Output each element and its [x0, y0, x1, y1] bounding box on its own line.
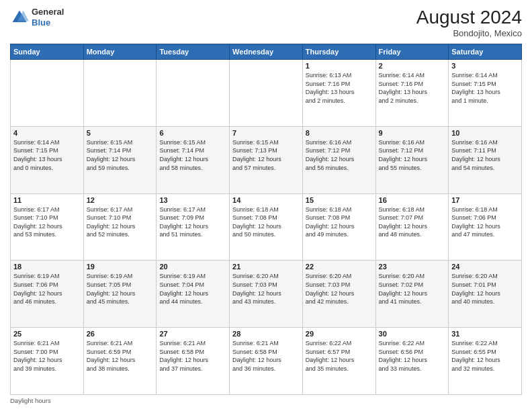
- day-number: 10: [451, 129, 519, 137]
- calendar-cell-5-6: 30Sunrise: 6:22 AM Sunset: 6:56 PM Dayli…: [375, 328, 449, 395]
- calendar-cell-3-2: 12Sunrise: 6:17 AM Sunset: 7:10 PM Dayli…: [83, 193, 157, 261]
- calendar-week-3: 11Sunrise: 6:17 AM Sunset: 7:10 PM Dayli…: [11, 193, 522, 261]
- day-info: Sunrise: 6:15 AM Sunset: 7:13 PM Dayligh…: [232, 138, 300, 172]
- calendar-cell-2-6: 9Sunrise: 6:16 AM Sunset: 7:12 PM Daylig…: [375, 126, 449, 193]
- logo-icon: [10, 8, 29, 27]
- calendar-cell-1-7: 3Sunrise: 6:14 AM Sunset: 7:15 PM Daylig…: [449, 60, 522, 127]
- calendar-cell-5-7: 31Sunrise: 6:22 AM Sunset: 6:55 PM Dayli…: [449, 328, 522, 395]
- day-number: 23: [379, 263, 446, 271]
- page: General Blue August 2024 Bondojito, Mexi…: [0, 0, 532, 411]
- day-info: Sunrise: 6:20 AM Sunset: 7:01 PM Dayligh…: [451, 272, 519, 306]
- day-number: 26: [87, 330, 154, 338]
- calendar-cell-2-1: 4Sunrise: 6:14 AM Sunset: 7:15 PM Daylig…: [11, 126, 84, 193]
- day-number: 20: [159, 263, 226, 271]
- day-info: Sunrise: 6:18 AM Sunset: 7:08 PM Dayligh…: [232, 205, 300, 239]
- day-number: 8: [306, 129, 373, 137]
- day-info: Sunrise: 6:15 AM Sunset: 7:14 PM Dayligh…: [159, 138, 226, 172]
- day-info: Sunrise: 6:16 AM Sunset: 7:12 PM Dayligh…: [306, 138, 373, 172]
- calendar-cell-1-5: 1Sunrise: 6:13 AM Sunset: 7:16 PM Daylig…: [302, 60, 375, 127]
- day-info: Sunrise: 6:16 AM Sunset: 7:11 PM Dayligh…: [451, 138, 519, 172]
- calendar-cell-5-1: 25Sunrise: 6:21 AM Sunset: 7:00 PM Dayli…: [11, 328, 84, 395]
- logo-text: General Blue: [32, 7, 64, 28]
- calendar-cell-4-4: 21Sunrise: 6:20 AM Sunset: 7:03 PM Dayli…: [230, 261, 303, 328]
- day-info: Sunrise: 6:17 AM Sunset: 7:10 PM Dayligh…: [87, 205, 154, 239]
- day-info: Sunrise: 6:15 AM Sunset: 7:14 PM Dayligh…: [87, 138, 154, 172]
- calendar-cell-4-7: 24Sunrise: 6:20 AM Sunset: 7:01 PM Dayli…: [449, 261, 522, 328]
- day-info: Sunrise: 6:21 AM Sunset: 6:58 PM Dayligh…: [232, 339, 300, 373]
- day-info: Sunrise: 6:19 AM Sunset: 7:04 PM Dayligh…: [159, 272, 226, 306]
- calendar-week-4: 18Sunrise: 6:19 AM Sunset: 7:06 PM Dayli…: [11, 261, 522, 328]
- calendar-table: SundayMondayTuesdayWednesdayThursdayFrid…: [10, 44, 522, 395]
- day-header-sunday: Sunday: [11, 44, 84, 60]
- day-info: Sunrise: 6:17 AM Sunset: 7:10 PM Dayligh…: [13, 205, 81, 239]
- day-header-saturday: Saturday: [449, 44, 522, 60]
- day-number: 1: [306, 62, 373, 70]
- day-info: Sunrise: 6:14 AM Sunset: 7:15 PM Dayligh…: [451, 71, 519, 105]
- day-info: Sunrise: 6:20 AM Sunset: 7:03 PM Dayligh…: [232, 272, 300, 306]
- calendar-cell-4-2: 19Sunrise: 6:19 AM Sunset: 7:05 PM Dayli…: [83, 261, 157, 328]
- day-info: Sunrise: 6:22 AM Sunset: 6:56 PM Dayligh…: [379, 339, 446, 373]
- calendar-cell-4-6: 23Sunrise: 6:20 AM Sunset: 7:02 PM Dayli…: [375, 261, 449, 328]
- day-header-wednesday: Wednesday: [230, 44, 303, 60]
- calendar-cell-4-1: 18Sunrise: 6:19 AM Sunset: 7:06 PM Dayli…: [11, 261, 84, 328]
- day-number: 4: [13, 129, 81, 137]
- header: General Blue August 2024 Bondojito, Mexi…: [10, 7, 522, 38]
- day-number: 19: [87, 263, 154, 271]
- calendar-cell-3-7: 17Sunrise: 6:18 AM Sunset: 7:06 PM Dayli…: [449, 193, 522, 261]
- calendar-header-row: SundayMondayTuesdayWednesdayThursdayFrid…: [11, 44, 522, 60]
- day-info: Sunrise: 6:19 AM Sunset: 7:06 PM Dayligh…: [13, 272, 81, 306]
- day-info: Sunrise: 6:17 AM Sunset: 7:09 PM Dayligh…: [159, 205, 226, 239]
- day-number: 24: [451, 263, 519, 271]
- day-info: Sunrise: 6:22 AM Sunset: 6:55 PM Dayligh…: [451, 339, 519, 373]
- calendar-week-5: 25Sunrise: 6:21 AM Sunset: 7:00 PM Dayli…: [11, 328, 522, 395]
- calendar-week-1: 1Sunrise: 6:13 AM Sunset: 7:16 PM Daylig…: [11, 60, 522, 127]
- calendar-cell-1-2: [83, 60, 157, 127]
- calendar-cell-3-6: 16Sunrise: 6:18 AM Sunset: 7:07 PM Dayli…: [375, 193, 449, 261]
- calendar-cell-5-3: 27Sunrise: 6:21 AM Sunset: 6:58 PM Dayli…: [157, 328, 230, 395]
- calendar-cell-2-7: 10Sunrise: 6:16 AM Sunset: 7:11 PM Dayli…: [449, 126, 522, 193]
- day-info: Sunrise: 6:13 AM Sunset: 7:16 PM Dayligh…: [306, 71, 373, 105]
- calendar-cell-1-1: [11, 60, 84, 127]
- day-number: 14: [232, 196, 300, 204]
- day-number: 15: [306, 196, 373, 204]
- calendar-cell-2-3: 6Sunrise: 6:15 AM Sunset: 7:14 PM Daylig…: [157, 126, 230, 193]
- footer-note: Daylight hours: [10, 397, 522, 404]
- day-number: 9: [379, 129, 446, 137]
- day-header-thursday: Thursday: [302, 44, 375, 60]
- day-info: Sunrise: 6:21 AM Sunset: 7:00 PM Dayligh…: [13, 339, 81, 373]
- day-info: Sunrise: 6:14 AM Sunset: 7:15 PM Dayligh…: [13, 138, 81, 172]
- day-info: Sunrise: 6:21 AM Sunset: 6:58 PM Dayligh…: [159, 339, 226, 373]
- day-number: 17: [451, 196, 519, 204]
- day-info: Sunrise: 6:21 AM Sunset: 6:59 PM Dayligh…: [87, 339, 154, 373]
- calendar-cell-5-4: 28Sunrise: 6:21 AM Sunset: 6:58 PM Dayli…: [230, 328, 303, 395]
- calendar-cell-4-3: 20Sunrise: 6:19 AM Sunset: 7:04 PM Dayli…: [157, 261, 230, 328]
- day-number: 25: [13, 330, 81, 338]
- calendar-cell-2-2: 5Sunrise: 6:15 AM Sunset: 7:14 PM Daylig…: [83, 126, 157, 193]
- day-info: Sunrise: 6:18 AM Sunset: 7:07 PM Dayligh…: [379, 205, 446, 239]
- calendar-cell-4-5: 22Sunrise: 6:20 AM Sunset: 7:03 PM Dayli…: [302, 261, 375, 328]
- calendar-cell-1-6: 2Sunrise: 6:14 AM Sunset: 7:16 PM Daylig…: [375, 60, 449, 127]
- day-number: 7: [232, 129, 300, 137]
- day-header-friday: Friday: [375, 44, 449, 60]
- logo: General Blue: [10, 7, 64, 28]
- calendar-cell-3-1: 11Sunrise: 6:17 AM Sunset: 7:10 PM Dayli…: [11, 193, 84, 261]
- calendar-cell-2-4: 7Sunrise: 6:15 AM Sunset: 7:13 PM Daylig…: [230, 126, 303, 193]
- calendar-cell-3-5: 15Sunrise: 6:18 AM Sunset: 7:08 PM Dayli…: [302, 193, 375, 261]
- calendar-cell-5-5: 29Sunrise: 6:22 AM Sunset: 6:57 PM Dayli…: [302, 328, 375, 395]
- day-info: Sunrise: 6:19 AM Sunset: 7:05 PM Dayligh…: [87, 272, 154, 306]
- day-number: 18: [13, 263, 81, 271]
- day-number: 12: [87, 196, 154, 204]
- day-info: Sunrise: 6:20 AM Sunset: 7:02 PM Dayligh…: [379, 272, 446, 306]
- logo-general: General: [32, 7, 64, 17]
- day-number: 3: [451, 62, 519, 70]
- day-number: 2: [379, 62, 446, 70]
- calendar-cell-1-3: [157, 60, 230, 127]
- day-header-tuesday: Tuesday: [157, 44, 230, 60]
- calendar-week-2: 4Sunrise: 6:14 AM Sunset: 7:15 PM Daylig…: [11, 126, 522, 193]
- day-number: 21: [232, 263, 300, 271]
- calendar-cell-2-5: 8Sunrise: 6:16 AM Sunset: 7:12 PM Daylig…: [302, 126, 375, 193]
- day-info: Sunrise: 6:18 AM Sunset: 7:06 PM Dayligh…: [451, 205, 519, 239]
- day-number: 6: [159, 129, 226, 137]
- day-info: Sunrise: 6:14 AM Sunset: 7:16 PM Dayligh…: [379, 71, 446, 105]
- day-number: 30: [379, 330, 446, 338]
